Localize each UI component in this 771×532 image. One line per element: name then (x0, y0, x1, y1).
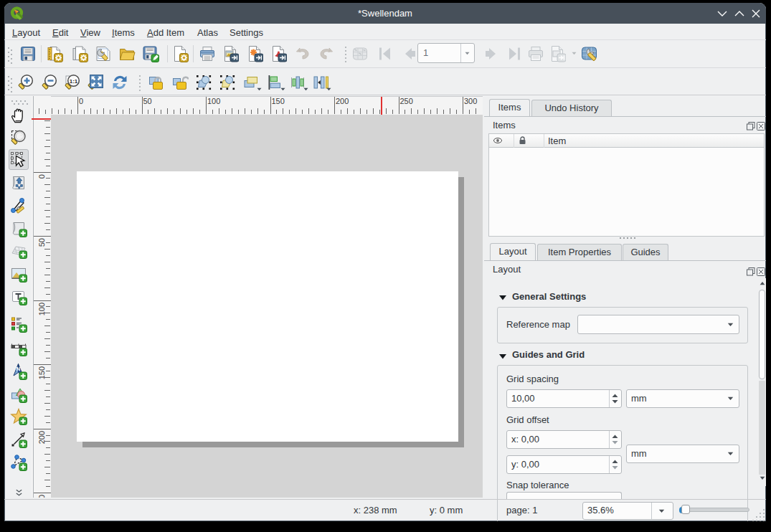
svg-text:1:1: 1:1 (70, 78, 78, 85)
svg-text:250: 250 (38, 495, 47, 498)
